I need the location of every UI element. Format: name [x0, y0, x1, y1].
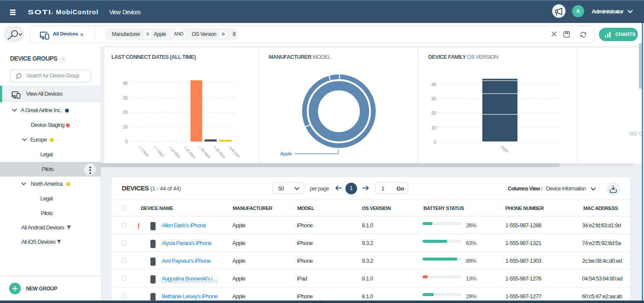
- svg-text:0: 0: [434, 139, 436, 145]
- svg-text:10: 10: [431, 125, 436, 130]
- svg-text:Apple: Apple: [280, 151, 292, 156]
- svg-text:30: 30: [431, 96, 436, 101]
- svg-text:< 7 days: < 7 days: [153, 145, 165, 158]
- svg-text:20: 20: [431, 110, 436, 116]
- svg-text:30: 30: [123, 95, 127, 100]
- svg-text:Apple: Apple: [500, 144, 510, 154]
- svg-text:< 14 days: < 14 days: [168, 145, 182, 159]
- svg-text:20: 20: [123, 110, 127, 115]
- svg-text:0: 0: [125, 139, 128, 144]
- svg-text:> 90 days: > 90 days: [213, 145, 227, 159]
- svg-text:40: 40: [431, 82, 436, 87]
- svg-text:< 90 days: < 90 days: [198, 145, 211, 159]
- svg-text:Unknown: Unknown: [228, 145, 241, 158]
- svg-text:< 2 days: < 2 days: [138, 145, 150, 158]
- svg-text:< 30 days: < 30 days: [183, 145, 197, 159]
- svg-text:10: 10: [123, 124, 127, 129]
- svg-text:40: 40: [123, 81, 127, 86]
